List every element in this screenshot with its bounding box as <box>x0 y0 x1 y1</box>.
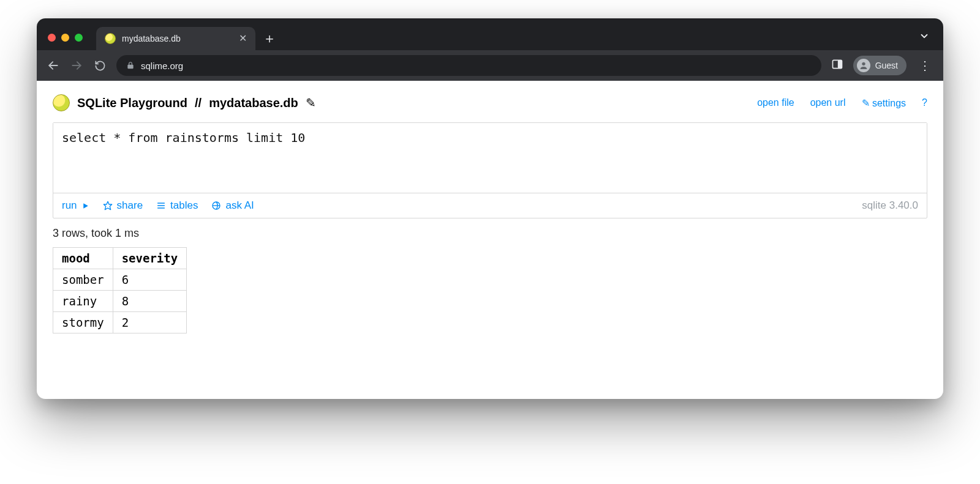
column-header: severity <box>113 248 187 269</box>
new-tab-button[interactable]: ＋ <box>260 29 279 48</box>
star-icon <box>103 201 113 210</box>
help-link[interactable]: ? <box>922 97 927 108</box>
back-button[interactable] <box>47 59 60 72</box>
svg-point-4 <box>862 62 865 65</box>
browser-tab[interactable]: mydatabase.db ✕ <box>96 27 255 50</box>
tab-title: mydatabase.db <box>122 34 181 43</box>
sql-editor: run share <box>53 122 927 218</box>
table-row: rainy8 <box>53 291 187 312</box>
db-name: mydatabase.db <box>209 96 298 110</box>
share-label: share <box>117 199 143 212</box>
table-cell: 8 <box>113 291 187 312</box>
svg-marker-6 <box>104 201 111 209</box>
app-title: SQLite Playground <box>77 96 187 110</box>
zoom-window-button[interactable] <box>75 34 83 42</box>
tab-close-button[interactable]: ✕ <box>239 34 247 43</box>
run-label: run <box>62 199 77 212</box>
page-content: SQLite Playground // mydatabase.db ✎ ope… <box>37 81 943 399</box>
svg-rect-3 <box>837 60 842 68</box>
share-button[interactable]: share <box>103 199 143 212</box>
tab-strip: mydatabase.db ✕ ＋ <box>37 18 943 50</box>
table-cell: somber <box>53 269 113 291</box>
address-bar[interactable]: sqlime.org <box>116 55 821 76</box>
open-url-link[interactable]: open url <box>810 97 846 108</box>
svg-marker-5 <box>83 203 88 209</box>
menu-button[interactable]: ⋮ <box>916 58 933 73</box>
table-cell: 6 <box>113 269 187 291</box>
chevron-down-icon[interactable] <box>919 31 930 44</box>
app-logo-icon <box>53 94 70 111</box>
avatar-icon <box>857 59 870 72</box>
ask-ai-button[interactable]: ask AI <box>211 199 254 212</box>
tab-favicon-icon <box>105 33 116 44</box>
settings-icon: ✎ <box>862 98 870 108</box>
run-button[interactable]: run <box>62 199 89 212</box>
forward-button[interactable] <box>70 59 83 72</box>
sql-input[interactable] <box>53 123 927 190</box>
table-cell: stormy <box>53 312 113 333</box>
profile-label: Guest <box>875 61 898 70</box>
window-controls <box>48 34 83 42</box>
url-text: sqlime.org <box>141 61 183 71</box>
editor-toolbar: run share <box>53 193 927 218</box>
reload-button[interactable] <box>93 60 107 72</box>
globe-icon <box>211 201 221 210</box>
app-header: SQLite Playground // mydatabase.db ✎ ope… <box>53 94 927 111</box>
table-cell: 2 <box>113 312 187 333</box>
table-row: stormy2 <box>53 312 187 333</box>
minimize-window-button[interactable] <box>61 34 69 42</box>
result-header-row: moodseverity <box>53 248 187 269</box>
lock-icon <box>126 61 135 70</box>
profile-button[interactable]: Guest <box>853 56 907 75</box>
settings-label: settings <box>872 98 906 108</box>
list-icon <box>156 201 166 210</box>
close-window-button[interactable] <box>48 34 56 42</box>
column-header: mood <box>53 248 113 269</box>
sqlite-version: sqlite 3.40.0 <box>862 199 918 212</box>
rename-db-button[interactable]: ✎ <box>306 95 316 110</box>
result-table: moodseverity somber6rainy8stormy2 <box>53 247 187 333</box>
query-status: 3 rows, took 1 ms <box>53 227 927 240</box>
table-row: somber6 <box>53 269 187 291</box>
table-cell: rainy <box>53 291 113 312</box>
open-file-link[interactable]: open file <box>757 97 794 108</box>
side-panel-icon[interactable] <box>831 58 843 73</box>
ask-ai-label: ask AI <box>225 199 254 212</box>
play-icon <box>81 202 89 210</box>
settings-link[interactable]: ✎ settings <box>862 97 907 109</box>
title-separator: // <box>195 96 202 110</box>
tables-button[interactable]: tables <box>156 199 198 212</box>
browser-window: mydatabase.db ✕ ＋ sq <box>37 18 943 399</box>
toolbar: sqlime.org Guest ⋮ <box>37 50 943 81</box>
tables-label: tables <box>170 199 198 212</box>
